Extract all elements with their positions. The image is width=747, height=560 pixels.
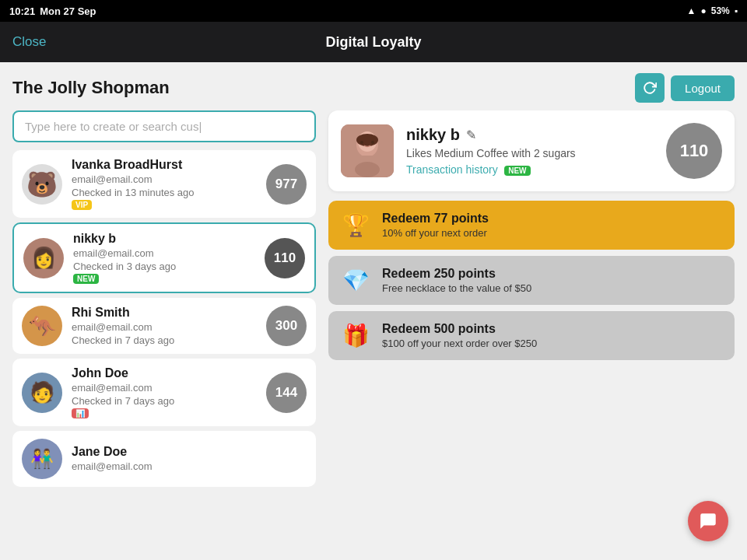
redeem-title: Redeem 77 points [382,212,489,226]
transaction-row: Transaction history NEW [406,163,654,177]
refresh-button[interactable] [635,73,665,103]
avatar: 👫 [22,439,62,479]
redeem-item[interactable]: 🎁 Redeem 500 points $100 off your next o… [328,311,735,360]
redeem-subtitle: Free necklace to the value of $50 [382,282,531,294]
status-date: Mon 27 Sep [40,5,96,17]
status-time: 10:21 [9,5,35,17]
chart-badge: 📊 [72,408,89,418]
selected-name-row: nikky b ✎ [406,126,654,144]
diamond-icon: 💎 [342,268,370,293]
customer-email: email@email.com [72,173,257,185]
avatar: 🐻 [22,164,62,205]
customer-list: 🐻 Ivanka BroadHurst email@email.com Chec… [12,150,316,548]
nav-bar: Close Digital Loyalty [0,22,747,62]
transaction-history-link[interactable]: Transaction history [406,163,498,176]
customer-email: email@email.com [73,247,255,259]
selected-customer-card: nikky b ✎ Likes Medium Coffee with 2 sug… [328,110,735,191]
badge-row: NEW [73,274,255,284]
svg-point-10 [371,141,374,144]
badge-row: VIP [72,200,257,210]
gift-icon: 🎁 [342,323,370,348]
customer-email: email@email.com [72,460,307,472]
list-item[interactable]: 👫 Jane Doe email@email.com [12,431,316,487]
logout-button[interactable]: Logout [671,75,735,101]
points-circle: 300 [266,306,307,346]
chat-icon [698,511,718,531]
avatar: 🦘 [22,306,62,346]
new-badge: NEW [73,274,99,284]
selected-info: nikky b ✎ Likes Medium Coffee with 2 sug… [406,126,654,177]
customer-name: John Doe [72,366,257,380]
shop-actions: Logout [635,73,735,103]
redeem-title: Redeem 250 points [382,267,531,281]
customer-checked: Checked in 3 days ago [73,261,255,272]
shop-name: The Jolly Shopman [12,78,170,98]
points-circle: 144 [266,373,307,413]
status-bar: 10:21 Mon 27 Sep ▲ ● 53% ▪ [0,0,747,22]
customer-checked: Checked in 7 days ago [72,395,257,407]
avatar: 👩 [23,238,64,278]
redeem-subtitle: $100 off your next order over $250 [382,338,537,349]
customer-info: Rhi Smith email@email.com Checked in 7 d… [72,306,257,346]
edit-icon[interactable]: ✎ [466,128,476,142]
customer-info: nikky b email@email.com Checked in 3 day… [73,232,255,284]
redeem-item[interactable]: 💎 Redeem 250 points Free necklace to the… [328,256,735,305]
signal-icon: ● [700,5,706,16]
nav-title: Digital Loyalty [325,34,421,51]
selected-customer-name: nikky b [406,126,460,144]
badge-row: 📊 [72,408,257,418]
customer-checked: Checked in 7 days ago [72,334,257,346]
svg-point-8 [356,134,378,146]
refresh-icon [643,81,657,95]
list-item[interactable]: 🧑 John Doe email@email.com Checked in 7 … [12,359,316,426]
search-input[interactable] [12,110,316,142]
main-content: The Jolly Shopman Logout 🐻 Ivanka BroadH… [0,62,747,560]
customer-info: John Doe email@email.com Checked in 7 da… [72,366,257,418]
svg-point-7 [355,162,380,177]
status-left: 10:21 Mon 27 Sep [9,5,96,17]
redeem-subtitle: 10% off your next order [382,227,489,239]
selected-points-circle: 110 [666,123,722,179]
new-badge-inline: NEW [504,166,530,176]
list-item[interactable]: 🦘 Rhi Smith email@email.com Checked in 7… [12,298,316,354]
selected-avatar [341,124,394,177]
customer-email: email@email.com [72,382,257,394]
avatar-woman-icon [341,124,394,177]
redeem-text: Redeem 77 points 10% off your next order [382,212,489,239]
svg-point-9 [360,141,363,144]
redeem-item[interactable]: 🏆 Redeem 77 points 10% off your next ord… [328,201,735,250]
points-circle: 110 [265,238,305,278]
vip-badge: VIP [72,200,92,210]
customer-email: email@email.com [72,321,257,333]
right-panel: nikky b ✎ Likes Medium Coffee with 2 sug… [328,110,735,548]
shop-header: The Jolly Shopman Logout [0,62,747,110]
customer-name: Rhi Smith [72,306,257,320]
customer-name: Ivanka BroadHurst [72,158,257,172]
customer-name: Jane Doe [72,445,307,459]
list-item[interactable]: 👩 nikky b email@email.com Checked in 3 d… [12,222,316,293]
avatar: 🧑 [22,373,62,413]
customer-info: Ivanka BroadHurst email@email.com Checke… [72,158,257,210]
close-button[interactable]: Close [12,34,46,50]
redeem-text: Redeem 250 points Free necklace to the v… [382,267,531,294]
points-circle: 977 [266,164,307,205]
status-right: ▲ ● 53% ▪ [687,5,738,16]
selected-preference: Likes Medium Coffee with 2 sugars [406,147,654,159]
redeem-list: 🏆 Redeem 77 points 10% off your next ord… [328,201,735,360]
battery-icon: ▪ [735,5,738,16]
customer-info: Jane Doe email@email.com [72,445,307,474]
customer-name: nikky b [73,232,255,246]
battery-level: 53% [711,5,730,16]
woman-svg [341,124,394,177]
two-column-layout: 🐻 Ivanka BroadHurst email@email.com Chec… [0,110,747,560]
chat-bubble-button[interactable] [688,501,728,541]
redeem-text: Redeem 500 points $100 off your next ord… [382,322,537,349]
wifi-icon: ▲ [687,5,696,16]
list-item[interactable]: 🐻 Ivanka BroadHurst email@email.com Chec… [12,150,316,218]
redeem-title: Redeem 500 points [382,322,537,336]
trophy-icon: 🏆 [342,212,370,238]
left-panel: 🐻 Ivanka BroadHurst email@email.com Chec… [12,110,316,548]
customer-checked: Checked in 13 minutes ago [72,187,257,198]
